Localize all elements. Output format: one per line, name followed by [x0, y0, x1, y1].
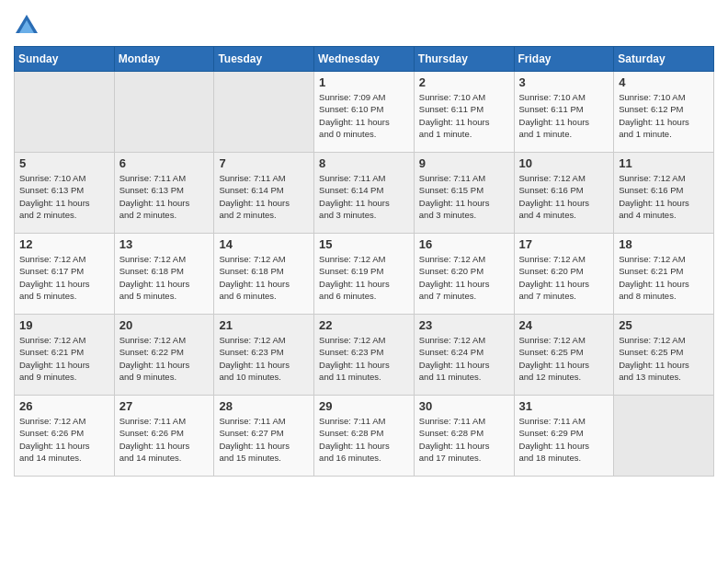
day-info: Sunrise: 7:11 AM Sunset: 6:26 PM Dayligh… [119, 415, 210, 464]
calendar-cell: 31Sunrise: 7:11 AM Sunset: 6:29 PM Dayli… [514, 396, 614, 477]
day-header-row: SundayMondayTuesdayWednesdayThursdayFrid… [15, 47, 714, 72]
day-number: 29 [319, 399, 409, 413]
day-header-thursday: Thursday [414, 47, 514, 72]
calendar-body: 1Sunrise: 7:09 AM Sunset: 6:10 PM Daylig… [15, 72, 714, 477]
day-number: 4 [619, 75, 709, 89]
day-number: 31 [519, 399, 609, 413]
day-info: Sunrise: 7:10 AM Sunset: 6:11 PM Dayligh… [419, 91, 509, 140]
calendar-cell: 9Sunrise: 7:11 AM Sunset: 6:15 PM Daylig… [414, 153, 514, 234]
day-number: 8 [319, 156, 409, 170]
day-info: Sunrise: 7:12 AM Sunset: 6:21 PM Dayligh… [19, 334, 109, 383]
day-info: Sunrise: 7:11 AM Sunset: 6:29 PM Dayligh… [519, 415, 609, 464]
calendar-header: SundayMondayTuesdayWednesdayThursdayFrid… [15, 47, 714, 72]
week-row-4: 19Sunrise: 7:12 AM Sunset: 6:21 PM Dayli… [15, 315, 714, 396]
calendar-cell: 7Sunrise: 7:11 AM Sunset: 6:14 PM Daylig… [214, 153, 314, 234]
day-number: 21 [219, 318, 309, 332]
day-info: Sunrise: 7:11 AM Sunset: 6:27 PM Dayligh… [219, 415, 309, 464]
calendar-cell: 6Sunrise: 7:11 AM Sunset: 6:13 PM Daylig… [114, 153, 214, 234]
day-header-sunday: Sunday [15, 47, 115, 72]
day-number: 28 [219, 399, 309, 413]
day-header-tuesday: Tuesday [214, 47, 314, 72]
calendar-cell: 21Sunrise: 7:12 AM Sunset: 6:23 PM Dayli… [214, 315, 314, 396]
calendar-cell: 22Sunrise: 7:12 AM Sunset: 6:23 PM Dayli… [314, 315, 415, 396]
day-info: Sunrise: 7:12 AM Sunset: 6:26 PM Dayligh… [19, 415, 109, 464]
calendar-cell: 14Sunrise: 7:12 AM Sunset: 6:18 PM Dayli… [214, 234, 314, 315]
calendar-cell: 5Sunrise: 7:10 AM Sunset: 6:13 PM Daylig… [15, 153, 115, 234]
day-info: Sunrise: 7:10 AM Sunset: 6:12 PM Dayligh… [619, 91, 709, 140]
day-info: Sunrise: 7:09 AM Sunset: 6:10 PM Dayligh… [319, 91, 409, 140]
calendar-cell: 10Sunrise: 7:12 AM Sunset: 6:16 PM Dayli… [514, 153, 614, 234]
calendar-cell: 2Sunrise: 7:10 AM Sunset: 6:11 PM Daylig… [414, 72, 514, 153]
day-info: Sunrise: 7:12 AM Sunset: 6:21 PM Dayligh… [619, 253, 709, 302]
day-info: Sunrise: 7:12 AM Sunset: 6:18 PM Dayligh… [219, 253, 309, 302]
calendar-cell: 20Sunrise: 7:12 AM Sunset: 6:22 PM Dayli… [114, 315, 214, 396]
day-info: Sunrise: 7:11 AM Sunset: 6:14 PM Dayligh… [319, 172, 409, 221]
day-number: 14 [219, 237, 309, 251]
calendar-cell: 8Sunrise: 7:11 AM Sunset: 6:14 PM Daylig… [314, 153, 415, 234]
day-number: 20 [119, 318, 210, 332]
day-info: Sunrise: 7:12 AM Sunset: 6:18 PM Dayligh… [119, 253, 210, 302]
day-info: Sunrise: 7:12 AM Sunset: 6:17 PM Dayligh… [19, 253, 109, 302]
day-number: 7 [219, 156, 309, 170]
day-info: Sunrise: 7:12 AM Sunset: 6:25 PM Dayligh… [619, 334, 709, 383]
day-info: Sunrise: 7:12 AM Sunset: 6:25 PM Dayligh… [519, 334, 609, 383]
day-info: Sunrise: 7:12 AM Sunset: 6:20 PM Dayligh… [519, 253, 609, 302]
calendar-cell: 18Sunrise: 7:12 AM Sunset: 6:21 PM Dayli… [614, 234, 714, 315]
day-number: 16 [419, 237, 509, 251]
calendar-cell: 12Sunrise: 7:12 AM Sunset: 6:17 PM Dayli… [15, 234, 115, 315]
calendar-cell: 23Sunrise: 7:12 AM Sunset: 6:24 PM Dayli… [414, 315, 514, 396]
day-number: 2 [419, 75, 509, 89]
day-number: 26 [19, 399, 109, 413]
day-info: Sunrise: 7:12 AM Sunset: 6:19 PM Dayligh… [319, 253, 409, 302]
calendar-cell: 24Sunrise: 7:12 AM Sunset: 6:25 PM Dayli… [514, 315, 614, 396]
day-number: 6 [119, 156, 210, 170]
day-number: 9 [419, 156, 509, 170]
day-number: 1 [319, 75, 409, 89]
day-number: 3 [519, 75, 609, 89]
day-number: 13 [119, 237, 210, 251]
day-info: Sunrise: 7:11 AM Sunset: 6:13 PM Dayligh… [119, 172, 210, 221]
day-info: Sunrise: 7:11 AM Sunset: 6:15 PM Dayligh… [419, 172, 509, 221]
day-number: 15 [319, 237, 409, 251]
day-info: Sunrise: 7:12 AM Sunset: 6:16 PM Dayligh… [519, 172, 609, 221]
day-header-saturday: Saturday [614, 47, 714, 72]
day-number: 25 [619, 318, 709, 332]
day-info: Sunrise: 7:10 AM Sunset: 6:11 PM Dayligh… [519, 91, 609, 140]
calendar-cell: 27Sunrise: 7:11 AM Sunset: 6:26 PM Dayli… [114, 396, 214, 477]
week-row-5: 26Sunrise: 7:12 AM Sunset: 6:26 PM Dayli… [15, 396, 714, 477]
day-info: Sunrise: 7:11 AM Sunset: 6:28 PM Dayligh… [319, 415, 409, 464]
day-info: Sunrise: 7:12 AM Sunset: 6:23 PM Dayligh… [319, 334, 409, 383]
week-row-1: 1Sunrise: 7:09 AM Sunset: 6:10 PM Daylig… [15, 72, 714, 153]
calendar-cell: 19Sunrise: 7:12 AM Sunset: 6:21 PM Dayli… [15, 315, 115, 396]
calendar-cell: 4Sunrise: 7:10 AM Sunset: 6:12 PM Daylig… [614, 72, 714, 153]
calendar-cell: 26Sunrise: 7:12 AM Sunset: 6:26 PM Dayli… [15, 396, 115, 477]
week-row-2: 5Sunrise: 7:10 AM Sunset: 6:13 PM Daylig… [15, 153, 714, 234]
page-header [14, 9, 714, 39]
calendar-cell: 15Sunrise: 7:12 AM Sunset: 6:19 PM Dayli… [314, 234, 415, 315]
day-header-wednesday: Wednesday [314, 47, 415, 72]
day-number: 22 [319, 318, 409, 332]
week-row-3: 12Sunrise: 7:12 AM Sunset: 6:17 PM Dayli… [15, 234, 714, 315]
calendar-cell: 11Sunrise: 7:12 AM Sunset: 6:16 PM Dayli… [614, 153, 714, 234]
logo [14, 13, 43, 39]
calendar-cell: 28Sunrise: 7:11 AM Sunset: 6:27 PM Dayli… [214, 396, 314, 477]
day-info: Sunrise: 7:12 AM Sunset: 6:22 PM Dayligh… [119, 334, 210, 383]
day-number: 10 [519, 156, 609, 170]
day-number: 27 [119, 399, 210, 413]
calendar-cell: 3Sunrise: 7:10 AM Sunset: 6:11 PM Daylig… [514, 72, 614, 153]
day-number: 12 [19, 237, 109, 251]
calendar-cell: 1Sunrise: 7:09 AM Sunset: 6:10 PM Daylig… [314, 72, 415, 153]
logo-icon [14, 13, 40, 39]
day-info: Sunrise: 7:11 AM Sunset: 6:14 PM Dayligh… [219, 172, 309, 221]
day-header-friday: Friday [514, 47, 614, 72]
calendar-cell [15, 72, 115, 153]
day-header-monday: Monday [114, 47, 214, 72]
day-number: 11 [619, 156, 709, 170]
calendar-cell: 16Sunrise: 7:12 AM Sunset: 6:20 PM Dayli… [414, 234, 514, 315]
calendar-table: SundayMondayTuesdayWednesdayThursdayFrid… [14, 46, 714, 477]
day-number: 5 [19, 156, 109, 170]
day-info: Sunrise: 7:12 AM Sunset: 6:23 PM Dayligh… [219, 334, 309, 383]
day-number: 17 [519, 237, 609, 251]
day-number: 19 [19, 318, 109, 332]
calendar-cell: 29Sunrise: 7:11 AM Sunset: 6:28 PM Dayli… [314, 396, 415, 477]
